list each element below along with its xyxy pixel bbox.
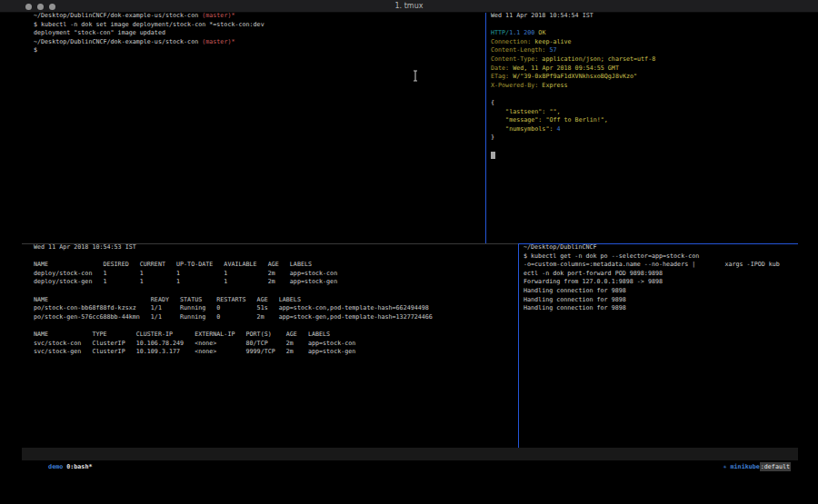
http-header-line: Connection: keep-alive: [491, 38, 655, 47]
mouse-ibeam-cursor: [412, 68, 419, 80]
window-title-bar: 1. tmux: [0, 0, 818, 13]
git-branch-label: (master)*: [202, 38, 234, 45]
kubernetes-helm-icon: ✳: [723, 463, 731, 470]
tmux-session-name: demo: [48, 463, 66, 470]
pane-port-forward[interactable]: ~/Desktop/DublinCNCF $ kubectl get -n do…: [524, 243, 780, 313]
table-header-deployments: NAME DESIRED CURRENT UP-TO-DATE AVAILABL…: [34, 261, 433, 270]
http-header-line: Content-Type: application/json; charset=…: [491, 55, 655, 64]
table-row-service: svc/stock-gen ClusterIP 10.109.3.177 <no…: [34, 348, 433, 357]
kube-context-label: minikube: [731, 463, 760, 470]
http-status-line: HTTP/1.1 200 OK: [491, 29, 655, 38]
timestamp-line: Wed 11 Apr 2018 10:54:53 IST: [34, 243, 433, 252]
command-line: $ kubectl get -n dok po --selector=app=s…: [524, 252, 780, 262]
prompt-line: ~/Desktop/DublinCNCF/dok-example-us/stoc…: [34, 12, 264, 21]
json-body-line: "numsymbols": 4: [491, 125, 655, 134]
command-line: -o=custom-columns=:metadata.name --no-he…: [524, 261, 780, 270]
pane-kubectl-get-watch[interactable]: Wed 11 Apr 2018 10:54:53 IST NAME DESIRE…: [34, 243, 433, 357]
table-row-pod: po/stock-gen-576cc688bb-44kmn 1/1 Runnin…: [34, 313, 433, 322]
command-output-line: Handling connection for 9898: [524, 287, 780, 296]
tmux-window-tab[interactable]: 0:bash*: [66, 463, 92, 470]
json-body-line: "lastseen": "",: [491, 108, 655, 117]
pane-shell-kubectl-set-image[interactable]: ~/Desktop/DublinCNCF/dok-example-us/stoc…: [34, 12, 264, 55]
http-header-line: Content-Length: 57: [491, 46, 655, 55]
command-output-line: deployment "stock-con" image updated: [34, 29, 264, 38]
tmux-status-bar: demo 0:bash* ✳ minikube:default: [22, 448, 798, 460]
command-line: $ kubectl -n dok set image deployment/st…: [34, 21, 264, 30]
pane-divider-top-vertical[interactable]: [485, 13, 486, 243]
prompt-line: ~/Desktop/DublinCNCF/dok-example-us/stoc…: [34, 38, 264, 47]
http-header-line: Date: Wed, 11 Apr 2018 09:54:55 GMT: [491, 64, 655, 74]
table-header-pods: NAME READY STATUS RESTARTS AGE LABELS: [34, 296, 433, 305]
table-row-deployment: deploy/stock-con 1 1 1 1 2m app=stock-co…: [34, 270, 433, 279]
command-output-line: Handling connection for 9898: [524, 304, 780, 313]
prompt-line: $: [34, 46, 264, 55]
table-header-services: NAME TYPE CLUSTER-IP EXTERNAL-IP PORT(S)…: [34, 331, 433, 340]
kube-namespace-label: :default: [760, 462, 791, 471]
window-title: 1. tmux: [0, 2, 818, 10]
pane-divider-bottom-vertical[interactable]: [518, 244, 519, 448]
pane-http-response[interactable]: Wed 11 Apr 2018 10:54:54 IST HTTP/1.1 20…: [491, 12, 655, 160]
git-branch-label: (master)*: [202, 12, 234, 19]
table-row-deployment: deploy/stock-gen 1 1 1 1 2m app=stock-ge…: [34, 278, 433, 287]
command-output-line: Handling connection for 9898: [524, 296, 780, 305]
json-body-line: "message": "Off to Berlin!",: [491, 116, 655, 125]
prompt-line: ~/Desktop/DublinCNCF: [524, 243, 780, 252]
json-body-line: }: [491, 133, 655, 143]
terminal-cursor: [491, 152, 495, 159]
command-line: ectl -n dok port-forward POD 9898:9898: [524, 270, 780, 279]
http-header-line: ETag: W/"39-0xBPf9aF1dXVNkhsxoBQgJ8vKzo": [491, 73, 655, 82]
http-header-line: X-Powered-By: Express: [491, 82, 655, 91]
timestamp-line: Wed 11 Apr 2018 10:54:54 IST: [491, 12, 655, 21]
command-output-line: Forwarding from 127.0.0.1:9898 -> 9898: [524, 278, 780, 287]
json-body-line: {: [491, 99, 655, 108]
table-row-pod: po/stock-con-bb68f88fd-kzsxz 1/1 Running…: [34, 304, 433, 313]
table-row-service: svc/stock-con ClusterIP 10.106.78.249 <n…: [34, 340, 433, 349]
